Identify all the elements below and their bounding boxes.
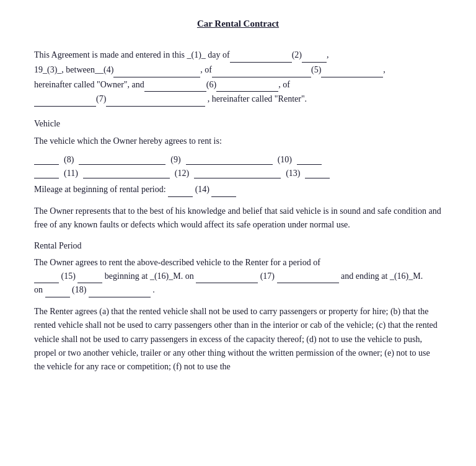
rental-period-paragraph: The Owner agrees to rent the above-descr… [34, 256, 442, 297]
intro-paragraph: This Agreement is made and entered in th… [34, 48, 442, 107]
label-12: (12) [175, 169, 189, 178]
rental-period-end: . [152, 285, 155, 294]
intro-text-comma: , [327, 50, 329, 59]
field-9b [186, 156, 273, 165]
field-2 [230, 54, 292, 63]
rental-beginning: beginning at _(16)_M. on [105, 271, 194, 281]
field-6a [144, 83, 206, 92]
owner-rep-paragraph: The Owner represents that to the best of… [34, 204, 442, 232]
field-5 [212, 69, 311, 77]
label-18: (18) [72, 285, 86, 294]
field-17b [277, 275, 339, 283]
field-10b [297, 156, 322, 165]
vehicle-row-2: (11) (12) (13) [34, 169, 442, 178]
field-5c [321, 69, 383, 77]
label-17: (17) [260, 271, 275, 281]
vehicle-row-1: (8) (9) (10) [34, 155, 442, 165]
label-10: (10) [278, 155, 292, 165]
rental-para-pre: The Owner agrees to rent the above-descr… [34, 258, 320, 267]
page: Car Rental Contract This Agreement is ma… [0, 0, 476, 466]
mileage-text: Mileage at beginning of rental period: [34, 185, 166, 194]
intro-text-of2: , of [278, 80, 290, 89]
intro-text-2: (2) [292, 50, 302, 59]
field-18b [89, 289, 151, 297]
field-6b [216, 83, 278, 92]
page-title: Car Rental Contract [34, 19, 442, 29]
field-15b [77, 275, 102, 283]
field-17a [196, 275, 258, 283]
intro-comma2: , [383, 65, 386, 74]
field-11b [83, 170, 170, 178]
rental-on: on [34, 285, 43, 294]
intro-text-of: , of [200, 65, 212, 74]
intro-text-owner: hereinafter called "Owner", and [34, 80, 144, 89]
intro-text-6: (6) [206, 80, 216, 89]
label-8: (8) [64, 155, 74, 165]
field-4 [113, 69, 200, 77]
rental-and-ending: and ending at _(16)_M. [341, 271, 423, 281]
field-11a [34, 170, 59, 178]
field-8a [34, 156, 59, 165]
vehicle-heading: Vehicle [34, 119, 442, 129]
intro-text-1: This Agreement is made and entered in th… [34, 50, 230, 59]
label-13: (13) [286, 169, 300, 178]
vehicle-intro: The vehicle which the Owner hereby agree… [34, 134, 442, 149]
field-12b [194, 170, 281, 178]
field-2b [302, 54, 327, 63]
renter-agrees-paragraph: The Renter agrees (a) that the rented ve… [34, 305, 442, 374]
intro-text-7: (7) [96, 94, 106, 103]
field-7b [106, 98, 205, 107]
field-7a [34, 98, 96, 107]
mileage-line: Mileage at beginning of rental period: (… [34, 182, 442, 197]
field-18a [45, 289, 70, 297]
field-14b [211, 188, 236, 197]
field-8b [79, 156, 165, 165]
label-14: (14) [195, 185, 209, 194]
field-13b [305, 170, 330, 178]
field-14a [168, 188, 193, 197]
label-11: (11) [64, 169, 78, 178]
intro-text-3: 19_(3)_, between__(4) [34, 65, 113, 74]
label-15: (15) [61, 271, 76, 281]
rental-heading: Rental Period [34, 241, 442, 251]
field-15a [34, 275, 59, 283]
intro-text-5b: (5) [311, 65, 321, 74]
intro-text-renter: , hereinafter called "Renter". [205, 94, 307, 103]
label-9: (9) [170, 155, 180, 165]
